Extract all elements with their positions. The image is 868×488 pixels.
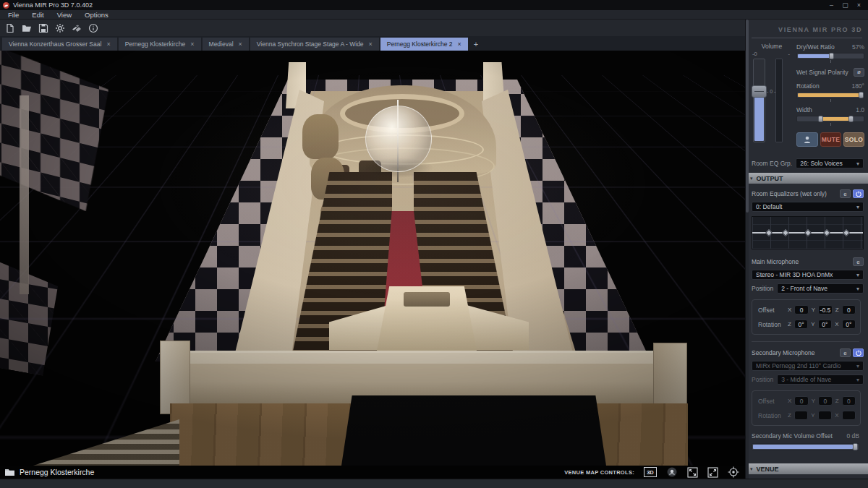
main-mic-rotation-x-field[interactable]: 0° xyxy=(842,320,856,329)
secondary-mic-type-select[interactable]: MIRx Pernegg 2nd 110° Cardio ▾ xyxy=(752,361,864,371)
menu-file[interactable]: File xyxy=(1,10,25,20)
collapse-arrow-icon: ▾ xyxy=(750,466,753,472)
tab-pernegg-klosterkirche[interactable]: Pernegg Klosterkirche × xyxy=(119,38,201,51)
tab-close-icon[interactable]: × xyxy=(190,40,194,48)
menu-edit[interactable]: Edit xyxy=(25,10,50,20)
eq-power-button[interactable] xyxy=(853,189,864,198)
axis-y-label: Y xyxy=(812,398,815,404)
3d-view-toggle-button[interactable]: 3D xyxy=(644,467,657,477)
main-mic-edit-button[interactable]: e xyxy=(853,257,864,266)
main-mic-rotation-y-field[interactable]: 0° xyxy=(818,320,832,329)
output-section-header[interactable]: ▾ OUTPUT xyxy=(746,173,868,184)
collapse-arrow-icon: ▾ xyxy=(750,176,753,181)
zoom-selection-icon[interactable] xyxy=(707,467,718,478)
secondary-mic-rotation-x-field[interactable] xyxy=(842,411,856,420)
menu-view[interactable]: View xyxy=(51,10,78,20)
secondary-mic-edit-button[interactable]: e xyxy=(840,348,851,357)
width-slider[interactable] xyxy=(796,116,864,122)
main-mic-type-select[interactable]: Stereo - MIR 3D HOA DnMx ▾ xyxy=(752,270,864,280)
main-mic-offset-x-field[interactable]: 0 xyxy=(794,305,808,314)
secondary-mic-rotation-y-field[interactable] xyxy=(818,411,832,420)
eq-band-node[interactable] xyxy=(765,229,773,236)
tab-label: Medieval xyxy=(209,40,234,48)
info-icon[interactable] xyxy=(88,23,98,33)
eq-band-node[interactable] xyxy=(804,229,812,236)
eq-band-node[interactable] xyxy=(823,229,830,236)
power-icon xyxy=(856,350,861,356)
eq-preset-select[interactable]: 0: Default ▾ xyxy=(752,202,864,212)
mir-panner-icon[interactable] xyxy=(72,23,82,33)
brand-logo: VIENNA MIR PRO 3D xyxy=(750,20,868,38)
tab-vienna-konzerthaus[interactable]: Vienna Konzerthaus Grosser Saal × xyxy=(2,38,117,51)
volume-slider[interactable] xyxy=(753,59,765,142)
add-tab-button[interactable]: + xyxy=(469,38,482,51)
secondary-mic-offset-z-field[interactable]: 0 xyxy=(842,396,856,406)
secondary-mic-offset-y-field[interactable]: 0 xyxy=(818,396,832,406)
listener-button[interactable] xyxy=(796,132,818,147)
rotation-slider-handle[interactable] xyxy=(859,92,864,98)
orbit-view-icon[interactable] xyxy=(666,466,678,478)
secondary-mic-rotation-z-field[interactable] xyxy=(794,411,808,420)
app-logo-icon xyxy=(3,2,9,9)
axis-z-label: Z xyxy=(788,412,791,419)
focus-target-icon[interactable] xyxy=(728,466,739,478)
rotation-label: Rotation xyxy=(796,82,820,90)
secondary-mic-position-label: Position xyxy=(752,376,773,383)
volume-slider-handle[interactable] xyxy=(752,85,767,98)
room-eq-group-select[interactable]: 26: Solo Voices ▾ xyxy=(796,158,864,168)
rotation-slider[interactable] xyxy=(796,92,864,98)
eq-edit-button[interactable]: e xyxy=(840,189,851,198)
width-slider-left-handle[interactable] xyxy=(818,116,823,122)
eq-band-node[interactable] xyxy=(843,229,850,236)
venue-section-header[interactable]: ▾ VENUE xyxy=(746,463,868,474)
tab-close-icon[interactable]: × xyxy=(239,40,242,48)
eq-band-node[interactable] xyxy=(782,229,789,236)
tab-close-icon[interactable]: × xyxy=(106,40,110,48)
main-mic-offset-y-field[interactable]: -0.5 xyxy=(818,305,832,314)
title-bar: Vienna MIR Pro 3D 7.0.402 – ▢ × xyxy=(0,0,868,10)
minimize-button[interactable]: – xyxy=(825,0,838,10)
output-section-title: OUTPUT xyxy=(757,175,783,182)
close-button[interactable]: × xyxy=(853,0,865,10)
main-microphone-label: Main Microphone xyxy=(752,258,851,265)
menu-options[interactable]: Options xyxy=(78,10,115,20)
toolbar xyxy=(0,20,745,36)
venue-3d-viewport[interactable] xyxy=(0,51,745,466)
solo-button[interactable]: SOLO xyxy=(843,132,864,147)
power-icon xyxy=(856,191,861,197)
drywet-slider-handle[interactable] xyxy=(829,53,834,59)
tab-pernegg-klosterkirche-2[interactable]: Pernegg Klosterkirche 2 × xyxy=(380,38,468,51)
main-mic-offset-z-field[interactable]: 0 xyxy=(842,305,856,314)
new-file-icon[interactable] xyxy=(5,23,15,33)
tab-medieval[interactable]: Medieval × xyxy=(203,38,249,51)
save-icon[interactable] xyxy=(38,23,48,33)
secondary-mic-offset-x-field[interactable]: 0 xyxy=(794,396,808,406)
drywet-slider[interactable] xyxy=(796,53,864,59)
folder-icon xyxy=(4,468,15,476)
secondary-mic-volume-slider[interactable] xyxy=(752,443,859,450)
secondary-mic-power-button[interactable] xyxy=(853,348,864,357)
secondary-mic-volume-handle[interactable] xyxy=(853,443,858,450)
output-level-meter xyxy=(775,59,783,142)
main-mic-position-select[interactable]: 2 - Front of Nave ▾ xyxy=(777,283,864,294)
tab-close-icon[interactable]: × xyxy=(369,40,373,48)
offset-label: Offset xyxy=(758,398,785,405)
polarity-toggle-button[interactable]: ø xyxy=(854,68,864,77)
width-slider-right-handle[interactable] xyxy=(848,116,854,122)
mute-button[interactable]: MUTE xyxy=(820,132,841,147)
axis-x-label: X xyxy=(788,398,791,404)
slider-center-tick xyxy=(830,60,831,63)
status-bar: Pernegg Klosterkirche VENUE MAP CONTROLS… xyxy=(0,466,745,479)
room-eq-graph[interactable] xyxy=(752,216,864,249)
width-value: 1.0 xyxy=(856,106,864,114)
venue-map-controls: VENUE MAP CONTROLS: 3D xyxy=(564,466,739,478)
zoom-extents-icon[interactable] xyxy=(687,467,698,478)
panel-scrollbar[interactable] xyxy=(746,20,749,479)
maximize-button[interactable]: ▢ xyxy=(839,0,851,10)
tab-synchron-stage[interactable]: Vienna Synchron Stage Stage A - Wide × xyxy=(250,38,379,51)
main-mic-rotation-z-field[interactable]: 0° xyxy=(794,320,808,329)
settings-gear-icon[interactable] xyxy=(55,23,65,33)
open-folder-icon[interactable] xyxy=(22,23,32,33)
secondary-mic-position-select[interactable]: 3 - Middle of Nave ▾ xyxy=(777,374,864,385)
tab-close-icon[interactable]: × xyxy=(458,40,461,48)
